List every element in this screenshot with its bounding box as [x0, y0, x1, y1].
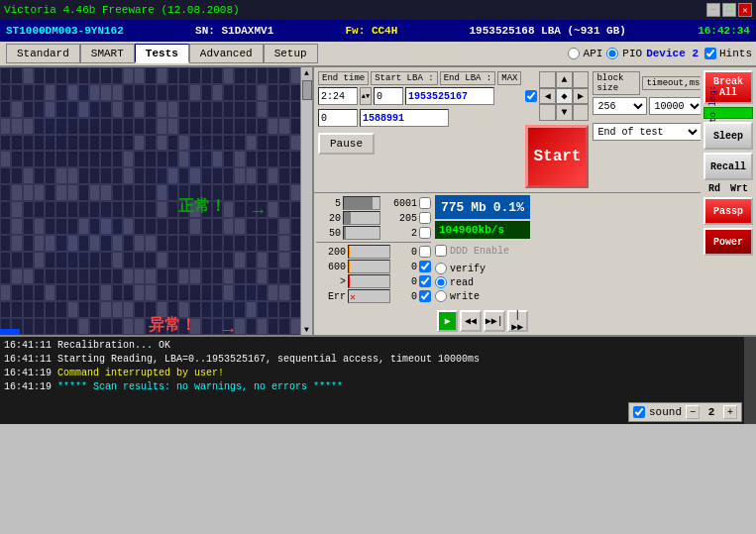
grid-cell [234, 252, 245, 268]
scroll-down-arrow[interactable]: ▼ [303, 324, 310, 335]
timeout-select[interactable]: 10000 [649, 97, 703, 115]
grid-cell [268, 252, 278, 268]
minimize-button[interactable]: ─ [706, 3, 720, 17]
hints-checkbox[interactable] [704, 48, 716, 59]
api-radio-group: API PIO Device 2 [568, 48, 699, 59]
grid-cell [134, 318, 145, 335]
read-option: read [435, 276, 530, 288]
rs-num-50: 50 [316, 228, 341, 239]
api-radio[interactable] [568, 48, 580, 59]
grid-cell [123, 201, 134, 218]
sleep-button[interactable]: Sleep [703, 122, 753, 150]
grid-cell [89, 167, 100, 184]
err-check-gt[interactable] [419, 275, 431, 287]
grid-cell [201, 218, 212, 235]
tab-tests[interactable]: Tests [135, 44, 189, 63]
grid-cell [123, 118, 134, 135]
pio-radio[interactable] [606, 48, 618, 59]
grid-cell [278, 84, 289, 101]
grid-cell [23, 84, 34, 101]
tab-advanced[interactable]: Advanced [189, 44, 264, 63]
sound-minus-button[interactable]: − [686, 405, 700, 419]
grid-cell [268, 318, 278, 335]
progress-input[interactable] [318, 109, 358, 127]
err-check-600[interactable] [419, 261, 431, 272]
dir-up[interactable]: ▲ [556, 71, 573, 88]
passp-button[interactable]: Passp [703, 197, 753, 225]
grid-cell [123, 268, 134, 285]
tab-smart[interactable]: SMART [80, 44, 135, 63]
verify-label: verify [450, 264, 486, 274]
err-check-err[interactable] [419, 290, 431, 302]
end-time-spin[interactable]: ▲▼ [360, 87, 372, 105]
write-radio[interactable] [435, 290, 447, 302]
dir-down[interactable]: ▼ [556, 104, 573, 121]
start-button[interactable]: Start [525, 125, 589, 188]
rs-check-20[interactable] [419, 212, 431, 224]
end-lba-input[interactable] [405, 87, 494, 105]
grid-cell [11, 301, 22, 318]
hints-label: Hints [719, 48, 752, 59]
log-scrollbar[interactable] [744, 337, 756, 424]
read-label: read [450, 277, 474, 288]
dir-checkbox[interactable] [525, 90, 537, 102]
forward-button[interactable]: ▶▶| [484, 310, 505, 332]
grid-cell [145, 167, 156, 184]
rs-check-50[interactable] [419, 227, 431, 239]
grid-cell [112, 67, 123, 84]
verify-radio[interactable] [435, 263, 447, 274]
end-of-test-select[interactable]: End of test [593, 123, 702, 141]
grid-cell [257, 284, 268, 301]
grid-cell [201, 235, 212, 252]
tab-setup[interactable]: Setup [264, 44, 318, 63]
scroll-thumb[interactable] [302, 80, 312, 100]
block-size-select[interactable]: 256 [593, 97, 647, 115]
abnormal-arrow: → [223, 320, 234, 335]
dir-botright [573, 104, 590, 121]
scroll-up-arrow[interactable]: ▲ [303, 67, 310, 78]
grid-cell [0, 84, 11, 101]
grid-cell [123, 235, 134, 252]
grid-cell [246, 318, 257, 335]
ddd-checkbox[interactable] [435, 245, 447, 257]
grid-cell [223, 167, 234, 184]
maximize-button[interactable]: □ [722, 3, 736, 17]
grid-cell [167, 268, 178, 285]
recall-button[interactable]: Recall [703, 153, 753, 180]
grid-cell [89, 135, 100, 152]
dir-center[interactable]: ◆ [556, 88, 573, 105]
end-time-input[interactable] [318, 87, 358, 105]
mb-label: Mb [471, 200, 486, 215]
rewind-button[interactable]: ◀◀ [460, 310, 481, 332]
grid-cell [201, 167, 212, 184]
grid-cell [11, 135, 22, 152]
dir-left[interactable]: ◀ [539, 88, 556, 105]
err-check-200[interactable] [419, 246, 431, 258]
map-scrollbar[interactable]: ▲ ▼ [300, 67, 312, 335]
dir-right[interactable]: ▶ [573, 88, 590, 105]
start-lba-input[interactable] [374, 87, 403, 105]
play-button[interactable]: ▶ [437, 310, 458, 332]
device-label: Device 2 [646, 48, 699, 59]
sound-checkbox[interactable] [633, 406, 645, 418]
grid-cell [246, 268, 257, 285]
grid-cell [112, 301, 123, 318]
power-button[interactable]: Power [703, 228, 753, 256]
tab-standard[interactable]: Standard [6, 44, 80, 63]
grid-cell [223, 218, 234, 235]
grid-cell [123, 218, 134, 235]
close-button[interactable]: ✕ [738, 3, 752, 17]
read-radio[interactable] [435, 276, 447, 288]
pause-button[interactable]: Pause [318, 133, 375, 155]
rs-check-5[interactable] [419, 197, 431, 209]
grid-cell [100, 318, 111, 335]
grid-cell [134, 284, 145, 301]
grid-cell [212, 135, 223, 152]
grid-cell [0, 151, 11, 167]
grid-cell [23, 135, 34, 152]
grid-cell [89, 184, 100, 201]
grid-cell [134, 252, 145, 268]
current-lba-input[interactable] [360, 109, 449, 127]
sound-plus-button[interactable]: + [723, 405, 737, 419]
end-button[interactable]: |▶▶ [507, 310, 528, 332]
